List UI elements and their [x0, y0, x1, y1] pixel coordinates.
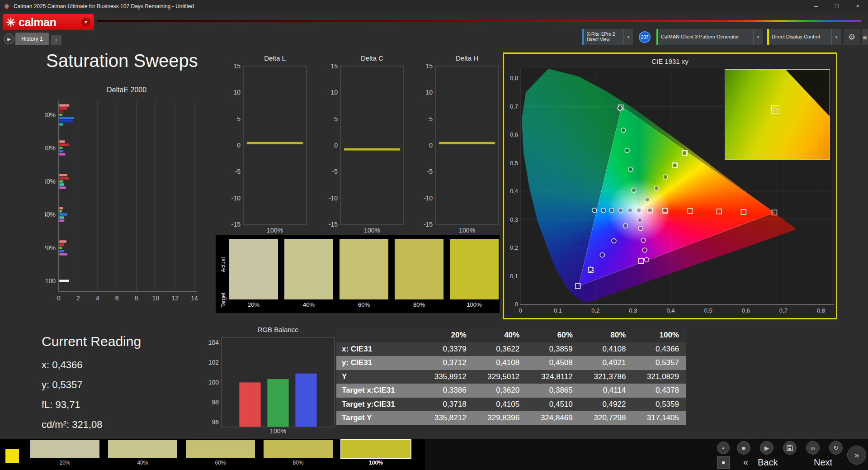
delta-l-chart: 151050-5-10-15Delta L100% [226, 53, 310, 234]
svg-text:-10: -10 [329, 195, 338, 202]
window-title: Calman 2025 Calman Ultimate for Business… [14, 3, 194, 9]
actual-label: Actual [220, 257, 226, 272]
display-control-dropdown[interactable]: Direct Display Control ▼ [767, 29, 841, 45]
svg-text:5: 5 [429, 115, 433, 123]
svg-text:100%: 100% [270, 427, 286, 435]
svg-text:0,6: 0,6 [510, 131, 518, 138]
svg-text:10: 10 [233, 89, 241, 96]
pattern-swatch-80%[interactable]: 80% [264, 440, 333, 466]
table-cell: 0,4510 [527, 398, 580, 412]
svg-text:0,2: 0,2 [510, 244, 518, 251]
svg-text:10: 10 [152, 294, 159, 302]
svg-text:60%: 60% [45, 178, 56, 185]
swatch-label: 20% [229, 301, 278, 308]
table-cell: 0,5357 [633, 356, 686, 370]
table-cell: 317,1405 [633, 411, 686, 425]
continuous-measure-button[interactable]: ∞ [806, 441, 820, 455]
pattern-label: CalMAN Client 3 Pattern Generator [658, 34, 741, 40]
svg-text:0,4: 0,4 [666, 307, 675, 314]
app-icon [4, 3, 10, 9]
table-cell: 335,8212 [420, 411, 474, 425]
inset-out-of-gamut-wedge [725, 70, 830, 159]
svg-text:0: 0 [237, 142, 241, 149]
pattern-generator-dropdown[interactable]: CalMAN Client 3 Pattern Generator ▼ [656, 29, 763, 45]
table-row-label: y: CIE31 [336, 356, 420, 370]
chevron-down-icon: ▼ [831, 29, 841, 45]
workflow-play-button[interactable]: ▶ [4, 33, 14, 44]
collapse-button[interactable]: ▲ [717, 442, 730, 454]
table-cell: 321,3786 [580, 370, 633, 384]
svg-text:-5: -5 [235, 168, 241, 175]
svg-text:0,7: 0,7 [510, 103, 518, 110]
swatch-color [229, 239, 278, 299]
actual-target-swatch-panel: Actual Target 20%40%60%80%100% [216, 235, 500, 313]
svg-text:100%: 100% [45, 111, 56, 119]
table-header-cell: 60% [527, 328, 580, 342]
pattern-swatch-color[interactable] [264, 440, 333, 458]
table-row-label: x: CIE31 [336, 342, 420, 356]
table-cell: 0,3620 [474, 384, 527, 398]
pattern-swatch-60%[interactable]: 60% [186, 440, 255, 466]
svg-text:-10: -10 [424, 195, 433, 202]
svg-text:40%: 40% [45, 211, 56, 218]
pattern-window-button[interactable]: ■ [717, 456, 730, 469]
play-button[interactable]: ▶ [760, 441, 774, 455]
calman-app-window: Calman 2025 Calman Ultimate for Business… [0, 0, 868, 470]
save-icon [787, 445, 793, 451]
back-button[interactable]: Back [758, 457, 778, 468]
table-cell: 329,5012 [474, 370, 527, 384]
svg-text:0,5: 0,5 [704, 307, 712, 314]
svg-text:-15: -15 [424, 221, 433, 228]
maximize-button[interactable]: □ [826, 0, 847, 12]
close-button[interactable]: × [847, 0, 868, 12]
refresh-button[interactable]: ↻ [829, 441, 843, 455]
rgb-balance-chart: RGB Balance1041021009896100% [203, 326, 339, 435]
page-title: Saturation Sweeps [46, 51, 198, 71]
reading-x: x: 0,4366 [42, 359, 141, 371]
svg-text:-10: -10 [231, 195, 241, 202]
meter-count-badge[interactable]: 237 [639, 31, 651, 43]
delta-h-chart: 151050-5-10-15Delta H100% [418, 53, 502, 234]
svg-text:4: 4 [96, 294, 99, 302]
add-tab-button[interactable]: + [51, 35, 61, 45]
pattern-swatch-40%[interactable]: 40% [108, 440, 177, 466]
table-cell: 0,5359 [633, 398, 686, 412]
stop-button[interactable]: ■ [737, 441, 750, 455]
pattern-swatch-color[interactable] [108, 440, 177, 458]
pattern-swatch-100%[interactable]: 100% [341, 440, 410, 466]
next-button[interactable]: Next [814, 457, 832, 468]
pattern-swatch-color[interactable] [186, 440, 255, 458]
table-cell: 0,4922 [580, 398, 633, 412]
swatch-row: 20%40%60%80%100% [229, 239, 499, 308]
svg-text:10: 10 [330, 89, 338, 96]
pattern-swatch-20%[interactable]: 20% [30, 440, 99, 466]
pattern-swatch-color[interactable] [30, 440, 99, 458]
swatch-label: 40% [284, 301, 333, 308]
next-circle-button[interactable]: » [847, 446, 866, 465]
svg-text:0,7: 0,7 [779, 307, 788, 314]
svg-text:0,1: 0,1 [510, 273, 518, 280]
chevron-down-icon[interactable]: ▼ [81, 18, 90, 27]
swatch-color [340, 239, 388, 299]
svg-text:5: 5 [237, 115, 241, 123]
minimize-button[interactable]: – [806, 0, 826, 12]
current-pattern-swatch[interactable] [5, 449, 19, 463]
layout-grid-button[interactable]: ▦ [862, 29, 868, 45]
meter-select-dropdown[interactable]: X-Rite i1Pro 2 Direct View ▼ [582, 29, 633, 45]
svg-text:100: 100 [45, 277, 56, 285]
pattern-swatch-label: 100% [341, 460, 410, 466]
svg-text:0,3: 0,3 [629, 307, 637, 314]
svg-text:0: 0 [429, 142, 433, 149]
tab-history-1[interactable]: History 1 [15, 33, 49, 45]
back-chevrons-icon[interactable]: « [743, 457, 748, 467]
table-cell: 0,3622 [474, 342, 527, 356]
swatch-label: 60% [340, 301, 388, 308]
save-button[interactable] [783, 441, 797, 455]
pattern-swatch-color[interactable] [341, 440, 410, 458]
saturation-swatch: 100% [450, 239, 499, 308]
svg-text:Delta C: Delta C [361, 54, 383, 62]
calman-logo-menu[interactable]: calman ▼ [3, 14, 94, 30]
table-cell: 0,4105 [474, 398, 527, 412]
table-row-label: Target Y [336, 411, 420, 425]
settings-gear-button[interactable]: ⚙ [844, 29, 860, 45]
